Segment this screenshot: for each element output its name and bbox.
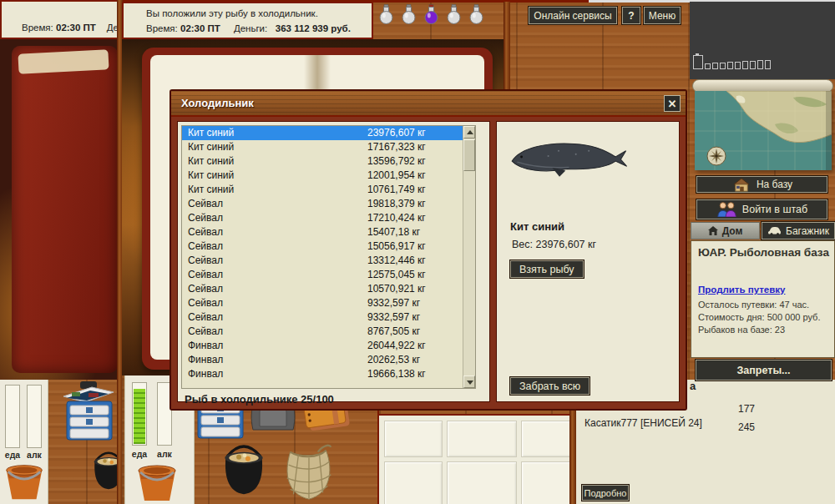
- list-item[interactable]: Сейвал13312,446 кг: [182, 254, 463, 268]
- list-item[interactable]: Финвал19666,138 кг: [182, 367, 463, 381]
- dialog-title-bar[interactable]: Холодильник ✕: [171, 91, 686, 117]
- tab-trunk-label: Багажник: [786, 225, 829, 237]
- time-value: 02:30 ПТ: [56, 23, 96, 33]
- fish-weight-cell: 17210,424 кг: [367, 211, 426, 225]
- signal-box: [735, 62, 741, 69]
- signal-box: [705, 63, 711, 69]
- details-button[interactable]: Подробно: [582, 485, 629, 501]
- fish-name-cell: Сейвал: [188, 254, 223, 268]
- to-base-button[interactable]: На базу: [696, 176, 827, 193]
- scrollbar[interactable]: [463, 126, 475, 388]
- potion-flask-empty-icon[interactable]: [399, 4, 418, 28]
- potion-flask-full-icon[interactable]: [422, 4, 441, 28]
- cooking-pot-icon[interactable]: [217, 443, 271, 504]
- fish-net-basket-icon[interactable]: [281, 441, 337, 504]
- bans-button[interactable]: Запреты...: [696, 360, 832, 381]
- fish-weight-cell: 19666,138 кг: [367, 367, 426, 381]
- alcohol-gauge-label: алк: [23, 450, 45, 460]
- list-item[interactable]: Финвал20262,53 кг: [182, 353, 463, 367]
- tab-home[interactable]: Дом: [691, 222, 760, 239]
- selected-fish-name: Кит синий: [510, 220, 564, 233]
- fish-detail-panel: Кит синий Вес: 23976,607 кг Взять рыбу З…: [496, 121, 680, 402]
- list-item[interactable]: Сейвал9332,597 кг: [182, 310, 463, 325]
- fish-weight-cell: 10570,921 кг: [367, 282, 426, 296]
- list-item[interactable]: Кит синий12001,954 кг: [182, 169, 463, 183]
- player-score: 177: [738, 403, 755, 415]
- list-item[interactable]: Сейвал17210,424 кг: [182, 211, 463, 225]
- fish-weight-cell: 19818,379 кг: [367, 197, 426, 211]
- base-map[interactable]: [695, 91, 832, 170]
- left-status-bar: Время: 02:30 ПТ День: [0, 0, 122, 39]
- enter-hq-button[interactable]: Войти в штаб: [696, 199, 827, 219]
- bucket-icon[interactable]: [132, 462, 182, 502]
- take-all-button[interactable]: Забрать всю: [510, 377, 590, 395]
- fish-name-cell: Сейвал: [188, 197, 223, 211]
- list-item[interactable]: Сейвал10570,921 кг: [182, 282, 463, 296]
- fish-name-cell: Кит синий: [188, 169, 234, 183]
- take-fish-button[interactable]: Взять рыбу: [510, 260, 584, 278]
- list-item[interactable]: Сейвал19818,379 кг: [182, 197, 463, 211]
- fridge-count-label: Рыб в холодильнике 25/100: [185, 393, 334, 406]
- list-item[interactable]: Сейвал9332,597 кг: [182, 296, 463, 310]
- people-icon: [716, 202, 737, 217]
- left-window-bottom: еда алк: [0, 380, 118, 504]
- inventory-slot[interactable]: [384, 461, 443, 504]
- menu-button[interactable]: Меню: [644, 7, 681, 24]
- fish-name-cell: Сейвал: [188, 239, 223, 254]
- list-item[interactable]: Сейвал8767,505 кг: [182, 325, 463, 339]
- fish-list-panel: Кит синий23976,607 кгКит синий17167,323 …: [177, 121, 490, 402]
- chat-panel: [690, 2, 835, 79]
- base-title: ЮАР. Рыболовная база: [698, 246, 829, 259]
- tackle-box-icon[interactable]: [58, 381, 120, 441]
- food-gauge-label: еда: [2, 450, 23, 460]
- tab-trunk[interactable]: Багажник: [762, 222, 835, 239]
- list-item[interactable]: Финвал26044,922 кг: [182, 339, 463, 353]
- enter-hq-label: Войти в штаб: [742, 204, 807, 215]
- fish-name-cell: Сейвал: [188, 296, 223, 310]
- fish-name-cell: Сейвал: [188, 211, 223, 225]
- help-button[interactable]: ?: [622, 7, 640, 24]
- list-item[interactable]: Сейвал15056,917 кг: [182, 239, 463, 254]
- fish-weight-cell: 17167,323 кг: [367, 140, 426, 154]
- list-item[interactable]: Кит синий13596,792 кг: [182, 154, 463, 169]
- online-services-button[interactable]: Онлайн сервисы: [529, 7, 617, 24]
- battery-indicator-icon: [693, 55, 771, 69]
- potion-flask-empty-icon[interactable]: [377, 4, 396, 28]
- food-gauge: [5, 385, 20, 448]
- potion-flask-empty-icon[interactable]: [444, 4, 463, 28]
- fish-weight-cell: 8767,505 кг: [367, 325, 420, 339]
- list-item[interactable]: Кит синий17167,323 кг: [182, 140, 463, 154]
- clipped-heading-fragment: а: [690, 380, 696, 392]
- fish-weight-cell: 9332,597 кг: [367, 296, 420, 310]
- fish-name-cell: Кит синий: [188, 140, 234, 154]
- fish-weight-cell: 20262,53 кг: [367, 353, 420, 367]
- fish-listbox: Кит синий23976,607 кгКит синий17167,323 …: [181, 125, 476, 389]
- dialog-title: Холодильник: [181, 97, 254, 109]
- list-item[interactable]: Сейвал15407,18 кг: [182, 225, 463, 239]
- signal-box: [742, 61, 748, 69]
- potion-flask-empty-icon[interactable]: [467, 4, 486, 28]
- fish-weight-cell: 15056,917 кг: [367, 239, 426, 254]
- extend-pass-link[interactable]: Продлить путевку: [698, 285, 785, 295]
- scrollbar-thumb[interactable]: [463, 139, 475, 171]
- inventory-slot[interactable]: [447, 461, 517, 504]
- fish-name-cell: Сейвал: [188, 310, 223, 325]
- scroll-down-arrow-icon[interactable]: [463, 375, 475, 388]
- bucket-icon[interactable]: [0, 461, 48, 501]
- signal-box: [750, 61, 756, 69]
- game-root: Время: 02:30 ПТ День еда алк: [0, 0, 835, 504]
- fish-name-cell: Сейвал: [188, 225, 223, 239]
- inventory-grid: [379, 416, 576, 504]
- car-icon: [767, 226, 782, 235]
- list-item[interactable]: Сейвал12575,045 кг: [182, 268, 463, 282]
- list-item[interactable]: Кит синий23976,607 кг: [182, 126, 463, 140]
- scroll-up-arrow-icon[interactable]: [463, 126, 475, 139]
- inventory-slot[interactable]: [447, 421, 517, 457]
- main-status-bar: Вы положили эту рыбу в холодильник. Врем…: [122, 2, 373, 39]
- list-item[interactable]: Кит синий10761,749 кг: [182, 183, 463, 197]
- close-icon[interactable]: ✕: [664, 95, 681, 112]
- to-base-label: На базу: [757, 179, 792, 190]
- fish-name-cell: Кит синий: [188, 183, 234, 197]
- consumables-panel: еда алк: [0, 380, 48, 504]
- inventory-slot[interactable]: [384, 421, 443, 457]
